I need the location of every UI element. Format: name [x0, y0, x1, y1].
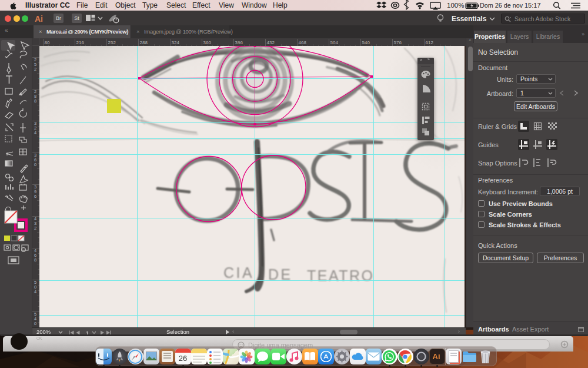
svg-text:540: 540: [362, 40, 370, 45]
svg-text:252: 252: [108, 40, 116, 45]
svg-text:6: 6: [34, 194, 36, 199]
svg-text:360: 360: [203, 40, 212, 45]
svg-text:504: 504: [330, 40, 339, 45]
svg-text:2: 2: [34, 226, 36, 231]
svg-text:612: 612: [426, 40, 434, 45]
svg-text:4: 4: [34, 289, 36, 294]
svg-text:CIA: CIA: [223, 264, 254, 281]
svg-text:288: 288: [140, 40, 148, 45]
svg-text:15:17: 15:17: [524, 2, 541, 9]
svg-text:216: 216: [76, 40, 85, 45]
svg-text:324: 324: [172, 40, 180, 45]
svg-text:0: 0: [34, 162, 36, 167]
svg-text:TEATRO: TEATRO: [307, 267, 375, 284]
svg-text:Dom 26 de nov: Dom 26 de nov: [480, 2, 523, 9]
svg-text:0: 0: [34, 321, 36, 326]
svg-text:396: 396: [235, 40, 243, 45]
svg-text:100%: 100%: [447, 2, 464, 9]
svg-text:468: 468: [299, 40, 307, 45]
svg-text:8: 8: [34, 257, 36, 263]
svg-text:8: 8: [34, 98, 36, 104]
svg-text:4: 4: [34, 130, 36, 135]
svg-text:2: 2: [34, 67, 36, 72]
svg-text:432: 432: [267, 40, 275, 45]
svg-text:576: 576: [394, 40, 402, 45]
svg-text:DE: DE: [268, 266, 293, 283]
svg-text:80: 80: [45, 40, 50, 45]
